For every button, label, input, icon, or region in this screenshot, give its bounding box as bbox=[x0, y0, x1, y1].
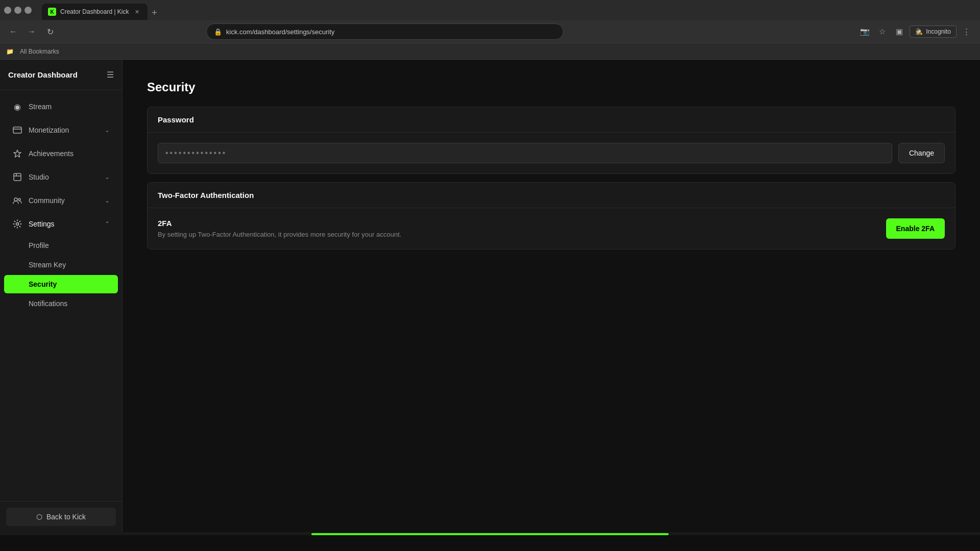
bookmarks-icon: 📁 bbox=[6, 48, 14, 55]
incognito-label: Incognito bbox=[926, 28, 951, 35]
address-bar[interactable]: 🔒 kick.com/dashboard/settings/security bbox=[206, 23, 564, 40]
sidebar-item-settings[interactable]: Settings ⌃ bbox=[4, 213, 118, 235]
svg-point-4 bbox=[16, 223, 19, 226]
back-button[interactable]: ← bbox=[6, 24, 20, 39]
camera-off-icon[interactable]: 📷 bbox=[857, 24, 872, 39]
tfa-card: Two-Factor Authentication 2FA By setting… bbox=[147, 182, 955, 249]
tab-title: Creator Dashboard | Kick bbox=[60, 8, 129, 15]
bookmarks-label: All Bookmarks bbox=[20, 48, 59, 55]
sidebar-item-community[interactable]: Community ⌄ bbox=[4, 189, 118, 212]
sidebar-item-studio[interactable]: Studio ⌄ bbox=[4, 166, 118, 188]
browser-toolbar: ← → ↻ 🔒 kick.com/dashboard/settings/secu… bbox=[0, 20, 980, 43]
sidebar-item-achievements[interactable]: Achievements bbox=[4, 142, 118, 165]
page-title: Security bbox=[147, 80, 955, 94]
incognito-icon: 🕵 bbox=[915, 28, 923, 35]
menu-icon[interactable]: ⋮ bbox=[960, 24, 974, 39]
refresh-button[interactable]: ↻ bbox=[43, 24, 57, 39]
svg-point-3 bbox=[18, 198, 20, 201]
community-icon bbox=[12, 195, 22, 206]
stream-key-label: Stream Key bbox=[29, 261, 66, 269]
main-content: Security Password Change Two-Factor Auth… bbox=[122, 60, 980, 532]
change-password-button[interactable]: Change bbox=[898, 143, 945, 163]
tfa-info: 2FA By setting up Two-Factor Authenticat… bbox=[158, 219, 401, 238]
sidebar-item-stream[interactable]: ◉ Stream bbox=[4, 95, 118, 118]
password-card: Password Change bbox=[147, 107, 955, 174]
sidebar-header: Creator Dashboard ☰ bbox=[0, 60, 122, 90]
sidebar-item-monetization-label: Monetization bbox=[29, 126, 99, 134]
sidebar-item-monetization[interactable]: Monetization ⌄ bbox=[4, 119, 118, 141]
sidebar-nav: ◉ Stream Monetization ⌄ bbox=[0, 90, 122, 501]
tfa-label: 2FA bbox=[158, 219, 401, 228]
svg-rect-1 bbox=[14, 173, 21, 181]
password-section-title: Password bbox=[158, 115, 194, 124]
sidebar-title: Creator Dashboard bbox=[8, 70, 78, 79]
back-to-kick-label: Back to Kick bbox=[46, 513, 86, 521]
lock-icon: 🔒 bbox=[214, 28, 222, 36]
incognito-button[interactable]: 🕵 Incognito bbox=[910, 26, 957, 38]
tfa-description: By setting up Two-Factor Authentication,… bbox=[158, 231, 401, 238]
studio-chevron-icon: ⌄ bbox=[105, 173, 110, 181]
tfa-row: 2FA By setting up Two-Factor Authenticat… bbox=[158, 218, 945, 239]
toggle-icon: ☰ bbox=[107, 70, 114, 80]
close-button[interactable] bbox=[24, 7, 32, 14]
tab-bar: K Creator Dashboard | Kick ✕ + bbox=[38, 1, 976, 20]
new-tab-button[interactable]: + bbox=[148, 6, 162, 20]
security-label: Security bbox=[29, 280, 57, 288]
browser-chrome: K Creator Dashboard | Kick ✕ + ← → ↻ 🔒 k… bbox=[0, 0, 980, 60]
sidebar-subitem-profile[interactable]: Profile bbox=[4, 236, 118, 255]
svg-point-2 bbox=[14, 198, 17, 201]
tab-favicon: K bbox=[48, 8, 56, 16]
bookmark-icon[interactable]: ☆ bbox=[875, 24, 889, 39]
layout-icon[interactable]: ▣ bbox=[892, 24, 906, 39]
titlebar: K Creator Dashboard | Kick ✕ + bbox=[0, 0, 980, 20]
studio-icon bbox=[12, 172, 22, 182]
sidebar: Creator Dashboard ☰ ◉ Stream Monetizatio bbox=[0, 60, 122, 532]
svg-rect-0 bbox=[13, 127, 21, 133]
tfa-card-header: Two-Factor Authentication bbox=[148, 183, 955, 208]
sidebar-item-settings-label: Settings bbox=[29, 220, 99, 228]
bookmarks-bar: 📁 All Bookmarks bbox=[0, 43, 980, 59]
password-card-header: Password bbox=[148, 107, 955, 133]
sidebar-subitem-notifications[interactable]: Notifications bbox=[4, 294, 118, 313]
tab-close-button[interactable]: ✕ bbox=[133, 8, 141, 16]
url-text: kick.com/dashboard/settings/security bbox=[226, 28, 334, 36]
password-card-body: Change bbox=[148, 133, 955, 173]
stream-icon: ◉ bbox=[12, 102, 22, 112]
tfa-card-body: 2FA By setting up Two-Factor Authenticat… bbox=[148, 208, 955, 249]
profile-label: Profile bbox=[29, 241, 49, 249]
community-chevron-icon: ⌄ bbox=[105, 197, 110, 204]
window-controls bbox=[4, 7, 32, 14]
toolbar-right: 📷 ☆ ▣ 🕵 Incognito ⋮ bbox=[857, 24, 974, 39]
active-tab[interactable]: K Creator Dashboard | Kick ✕ bbox=[42, 4, 148, 20]
maximize-button[interactable] bbox=[14, 7, 21, 14]
sidebar-footer: ⬡ Back to Kick bbox=[0, 501, 122, 532]
password-input[interactable] bbox=[158, 143, 892, 163]
app-container: Creator Dashboard ☰ ◉ Stream Monetizatio bbox=[0, 60, 980, 532]
sidebar-toggle-button[interactable]: ☰ bbox=[107, 70, 114, 80]
sidebar-subitem-stream-key[interactable]: Stream Key bbox=[4, 256, 118, 274]
monetization-icon bbox=[12, 125, 22, 135]
sidebar-item-stream-label: Stream bbox=[29, 103, 110, 111]
settings-icon bbox=[12, 219, 22, 229]
sidebar-item-achievements-label: Achievements bbox=[29, 149, 110, 158]
bottom-bar bbox=[0, 532, 980, 535]
sidebar-item-community-label: Community bbox=[29, 196, 99, 205]
back-icon: ⬡ bbox=[36, 513, 42, 521]
password-row: Change bbox=[158, 143, 945, 163]
enable-2fa-button[interactable]: Enable 2FA bbox=[886, 218, 945, 239]
notifications-label: Notifications bbox=[29, 299, 67, 308]
forward-button[interactable]: → bbox=[24, 24, 39, 39]
tfa-section-title: Two-Factor Authentication bbox=[158, 191, 254, 199]
back-to-kick-button[interactable]: ⬡ Back to Kick bbox=[6, 508, 116, 526]
settings-chevron-icon: ⌃ bbox=[105, 220, 110, 228]
sidebar-subitem-security[interactable]: Security bbox=[4, 275, 118, 293]
monetization-chevron-icon: ⌄ bbox=[105, 127, 110, 134]
sidebar-item-studio-label: Studio bbox=[29, 173, 99, 181]
achievements-icon bbox=[12, 148, 22, 159]
minimize-button[interactable] bbox=[4, 7, 11, 14]
bottom-bar-progress bbox=[311, 533, 669, 535]
